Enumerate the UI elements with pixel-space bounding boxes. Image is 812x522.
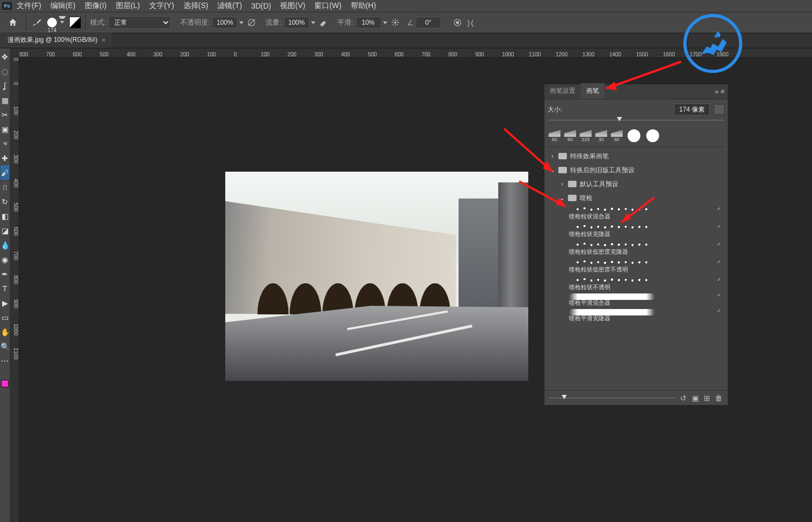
brush-tip-80b[interactable]: 80 xyxy=(610,126,624,142)
angle-input[interactable] xyxy=(416,17,441,28)
close-tab-icon[interactable]: × xyxy=(102,36,106,44)
pen-tool[interactable]: ✒ xyxy=(1,267,9,281)
pressure-opacity-icon[interactable] xyxy=(245,16,258,29)
airbrush-mode-icon[interactable] xyxy=(317,16,330,29)
menu-layer[interactable]: 图层(L) xyxy=(112,0,144,12)
crop-tool[interactable]: ✂ xyxy=(1,107,9,122)
document-canvas[interactable] xyxy=(225,172,528,381)
panel-tabs: 画笔设置 画笔 » ≡ xyxy=(544,84,728,99)
chevron-down-icon: ⌄ xyxy=(559,194,565,202)
folder-default-presets[interactable]: › 默认工具预设 xyxy=(548,177,725,191)
menu-bar: Ps 文件(F) 编辑(E) 图像(I) 图层(L) 文字(Y) 选择(S) 滤… xyxy=(0,0,812,12)
size-label: 大小: xyxy=(548,105,670,114)
marquee-tool[interactable]: ◌ xyxy=(1,64,9,78)
folder-icon xyxy=(558,153,567,159)
smoothing-label: 平滑: xyxy=(337,18,353,27)
new-brush-icon[interactable]: ⊞ xyxy=(702,394,712,402)
live-tip-preview-icon[interactable]: ↺ xyxy=(678,394,688,402)
tab-brush-settings[interactable]: 画笔设置 xyxy=(544,83,581,99)
menu-window[interactable]: 窗口(W) xyxy=(310,0,346,12)
brush-tip-30[interactable]: 30 xyxy=(594,126,608,142)
stamp-tool[interactable]: ⎍ xyxy=(1,180,9,194)
ruler-origin[interactable] xyxy=(10,48,19,58)
menu-type[interactable]: 文字(Y) xyxy=(145,0,179,12)
watermark-logo xyxy=(683,14,742,73)
blur-tool[interactable]: 💧 xyxy=(1,238,9,252)
type-tool[interactable]: T xyxy=(1,281,9,296)
panel-menu-icon[interactable]: » ≡ xyxy=(715,87,725,95)
folder-legacy-presets[interactable]: ⌄ 转换后的旧版工具预设 xyxy=(548,163,725,177)
menu-image[interactable]: 图像(I) xyxy=(80,0,111,12)
smoothing-input[interactable] xyxy=(356,17,381,28)
brush-preset-item[interactable]: ✓ 喷枪粒状低密度克隆器 xyxy=(548,240,725,256)
menu-select[interactable]: 选择(S) xyxy=(179,0,213,12)
brush-preset-item[interactable]: ✓ 喷枪粒状不透明 xyxy=(548,276,725,291)
brush-preset-item[interactable]: ✓ 喷枪粒状低密度不透明 xyxy=(548,258,725,274)
new-group-icon[interactable]: ▣ xyxy=(690,394,700,402)
eraser-tool[interactable]: ◧ xyxy=(1,209,9,223)
lasso-tool[interactable]: ʆ xyxy=(1,78,9,93)
brush-preset-item[interactable]: ✓ 喷枪平滑克隆器 xyxy=(548,309,725,322)
symmetry-icon[interactable] xyxy=(464,16,477,29)
opacity-input[interactable] xyxy=(212,17,238,28)
brush-tip-228[interactable]: 228 xyxy=(579,126,593,142)
size-slider[interactable] xyxy=(549,120,724,121)
svg-point-3 xyxy=(456,21,459,24)
menu-filter[interactable]: 滤镜(T) xyxy=(213,0,246,12)
folder-open-icon xyxy=(568,195,577,201)
brush-tip-round1[interactable] xyxy=(625,126,643,142)
trash-icon[interactable]: 🗑 xyxy=(714,394,724,402)
document-tab[interactable]: 漫画效果.jpg @ 100%(RGB/8#) × xyxy=(0,32,112,48)
flow-input[interactable] xyxy=(284,17,309,28)
brush-preset-item[interactable]: ✓ 喷枪平滑混合器 xyxy=(548,293,725,307)
blend-mode-select[interactable]: 正常 xyxy=(108,16,171,29)
hand-tool[interactable]: ✋ xyxy=(1,325,9,339)
folder-icon xyxy=(558,167,567,173)
path-select-tool[interactable]: ▶ xyxy=(1,296,9,310)
shape-tool[interactable]: ▭ xyxy=(1,310,9,325)
document-tab-label: 漫画效果.jpg @ 100%(RGB/8#) xyxy=(8,35,98,45)
menu-view[interactable]: 视图(V) xyxy=(276,0,309,12)
smoothing-options-icon[interactable] xyxy=(389,16,402,29)
menu-file[interactable]: 文件(F) xyxy=(12,0,46,12)
quick-select-tool[interactable]: ▦ xyxy=(1,93,9,107)
folder-special-effects[interactable]: › 特殊效果画笔 xyxy=(548,149,725,163)
pressure-size-icon[interactable] xyxy=(451,16,464,29)
foreground-color-swatch[interactable] xyxy=(1,380,9,387)
history-brush-tool[interactable]: ↻ xyxy=(1,194,9,209)
menu-3d[interactable]: 3D(D) xyxy=(247,0,275,12)
brush-tip-60[interactable]: 60 xyxy=(548,126,562,142)
opacity-dropdown-icon[interactable] xyxy=(238,18,245,27)
smoothing-dropdown-icon[interactable] xyxy=(381,18,389,27)
menu-help[interactable]: 帮助(H) xyxy=(346,0,380,12)
chevron-down-icon: ⌄ xyxy=(550,166,555,174)
menu-edit[interactable]: 编辑(E) xyxy=(46,0,80,12)
tab-brushes[interactable]: 画笔 xyxy=(581,83,604,99)
brush-toggle-icon[interactable] xyxy=(69,17,81,28)
preview-size-slider[interactable] xyxy=(549,398,676,399)
angle-icon: ∠ xyxy=(407,19,414,27)
folder-airbrush[interactable]: ⌄ 喷枪 xyxy=(548,191,725,205)
flow-dropdown-icon[interactable] xyxy=(309,18,317,27)
home-button[interactable] xyxy=(4,14,21,31)
move-tool[interactable]: ✥ xyxy=(1,49,9,64)
folder-icon xyxy=(568,181,577,187)
brush-preset-item[interactable]: ✓ 喷枪粒状混合器 xyxy=(548,205,725,220)
frame-tool[interactable]: ▣ xyxy=(1,122,9,136)
edit-toolbar-icon[interactable]: ⋯ xyxy=(1,354,9,368)
brush-preset-item[interactable]: ✓ 喷枪粒状克隆器 xyxy=(548,223,725,238)
brush-tool[interactable]: 🖌 xyxy=(1,165,9,180)
brush-tip-80[interactable]: 80 xyxy=(563,126,577,142)
eyedropper-tool[interactable]: ༄ xyxy=(1,136,9,151)
vertical-ruler[interactable]: 0010020030040050060070080090010001100 xyxy=(10,58,19,522)
zoom-tool[interactable]: 🔍 xyxy=(1,339,9,354)
brush-tip-round2[interactable] xyxy=(644,126,661,142)
healing-tool[interactable]: ✚ xyxy=(1,151,9,165)
brush-size-field[interactable] xyxy=(674,104,710,115)
gradient-tool[interactable]: ◪ xyxy=(1,223,9,238)
brush-preset-picker[interactable]: 174 xyxy=(43,15,61,30)
dodge-tool[interactable]: ◉ xyxy=(1,252,9,267)
brush-tool-icon[interactable] xyxy=(31,16,43,29)
flip-brush-icon[interactable] xyxy=(714,104,725,115)
flow-label: 流量: xyxy=(265,18,282,27)
